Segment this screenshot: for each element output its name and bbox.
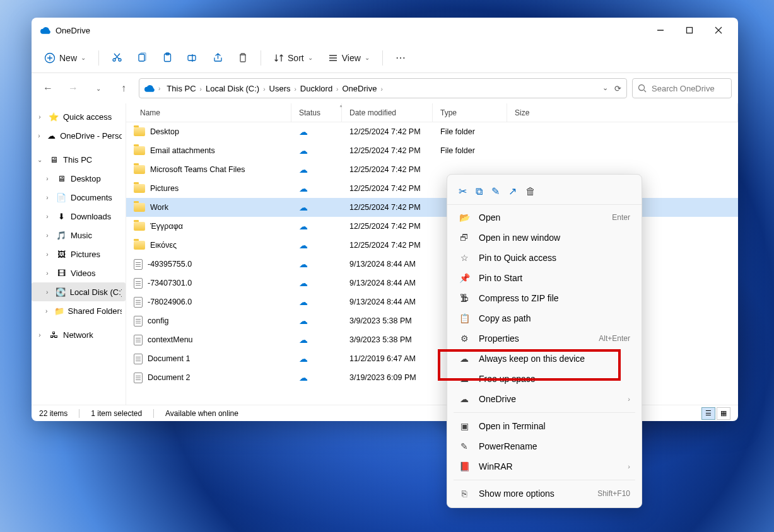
ctx-label: PowerRename [479,441,630,451]
refresh-button[interactable]: ⟳ [614,84,621,93]
file-row[interactable]: Desktop ☁ 12/25/2024 7:42 PM File folder [126,122,738,141]
breadcrumb-local-disk-c-[interactable]: Local Disk (C:) [203,83,262,95]
ctx-powerrename[interactable]: ✎ PowerRename [447,436,642,456]
col-name[interactable]: Name [126,103,291,122]
sidebar-item-onedrive-persona[interactable]: › ☁ OneDrive - Persona [32,126,126,145]
ctx-label: Compress to ZIP file [479,293,630,303]
sidebar-item-downloads[interactable]: › ⬇ Downloads [32,207,126,226]
up-button[interactable]: ↑ [114,78,134,98]
file-row[interactable]: Document 2 ☁ 3/19/2023 6:09 PM [126,368,738,387]
sidebar-item-pictures[interactable]: › 🖼 Pictures [32,245,126,263]
copy-icon[interactable]: ⧉ [476,186,483,197]
file-row[interactable]: Microsoft Teams Chat Files ☁ 12/25/2024 … [126,160,738,179]
ctx-pin-to-quick-access[interactable]: ☆ Pin to Quick access [447,248,642,268]
col-type[interactable]: Type [433,103,507,122]
file-row[interactable]: Έγγραφα ☁ 12/25/2024 7:42 PM [126,217,738,236]
new-win-icon: 🗗 [459,233,470,243]
maximize-button[interactable] [675,20,704,40]
sidebar-label: Network [63,330,93,340]
chevron-icon: › [43,213,52,220]
file-date: 3/9/2023 5:38 PM [342,335,433,344]
file-date: 12/25/2024 7:42 PM [342,241,433,250]
sidebar-item-music[interactable]: › 🎵 Music [32,226,126,245]
ctx-label: Properties [479,333,590,344]
close-button[interactable] [704,20,733,40]
sort-button[interactable]: Sort ⌄ [267,47,319,69]
ctx-show-more-options[interactable]: ⎘ Show more options Shift+F10 [447,483,642,504]
file-row[interactable]: -73407301.0 ☁ 9/13/2024 8:44 AM [126,274,738,292]
ctx-pin-to-start[interactable]: 📌 Pin to Start [447,268,642,288]
back-button[interactable]: ← [38,78,58,98]
ctx-free-up-space[interactable]: ☁ Free up space [447,369,642,389]
ctx-onedrive[interactable]: ☁ OneDrive › [447,389,642,409]
rename-icon[interactable]: ✎ [491,185,500,197]
ctx-shortcut: Alt+Enter [599,334,630,343]
sidebar-item-network[interactable]: › 🖧 Network [32,325,126,344]
sidebar-label: Pictures [71,250,100,259]
ctx-always-keep-on-this-device[interactable]: ☁ Always keep on this device [447,349,642,369]
sidebar-item-documents[interactable]: › 📄 Documents [32,188,126,207]
ctx-label: Show more options [479,489,589,499]
file-row[interactable]: Document 1 ☁ 11/2/2019 6:47 AM [126,349,738,368]
search-input[interactable]: Search OneDrive [632,78,732,98]
file-row[interactable]: Εικόνες ☁ 12/25/2024 7:42 PM [126,236,738,255]
delete-icon[interactable]: 🗑 [525,186,536,197]
ctx-copy-as-path[interactable]: 📋 Copy as path [447,308,642,328]
ctx-compress-to-zip-file[interactable]: 🗜 Compress to ZIP file [447,288,642,308]
file-date: 12/25/2024 7:42 PM [342,146,433,155]
sidebar-item-this-pc[interactable]: ⌄ 🖥 This PC [32,150,126,169]
new-button[interactable]: New ⌄ [38,47,92,69]
breadcrumb-this-pc[interactable]: This PC [164,83,198,95]
availability-status: Available when online [165,409,238,418]
folder-icon [134,146,145,155]
more-button[interactable]: ⋯ [389,47,412,69]
breadcrumb-users[interactable]: Users [267,83,293,95]
breadcrumb-ducklord[interactable]: Ducklord [298,83,335,95]
col-date[interactable]: Date modified [342,103,433,122]
paste-button[interactable] [156,47,179,69]
sidebar-item-videos[interactable]: › 🎞 Videos [32,263,126,282]
ctx-open-in-new-window[interactable]: 🗗 Open in new window [447,228,642,248]
sidebar-item-desktop[interactable]: › 🖥 Desktop [32,169,126,188]
sidebar-item-quick-access[interactable]: › ⭐ Quick access [32,107,126,126]
file-row[interactable]: Work ☁ 12/25/2024 7:42 PM [126,198,738,217]
file-row[interactable]: Email attachments ☁ 12/25/2024 7:42 PM F… [126,141,738,160]
chevron-down-icon[interactable]: ⌄ [602,84,608,93]
col-size[interactable]: Size [507,103,738,122]
rename-button[interactable] [181,47,204,69]
col-status[interactable]: Status [291,103,342,122]
sidebar-item-shared-folders-[interactable]: › 📁 Shared Folders (\\ [32,301,126,320]
file-row[interactable]: -78024906.0 ☁ 9/13/2024 8:44 AM [126,292,738,311]
ctx-properties[interactable]: ⚙ Properties Alt+Enter [447,328,642,349]
file-row[interactable]: -49395755.0 ☁ 9/13/2024 8:44 AM [126,255,738,274]
delete-button[interactable] [232,47,254,69]
forward-button[interactable]: → [63,78,83,98]
large-icons-button[interactable]: ▦ [717,407,730,420]
file-row[interactable]: config ☁ 3/9/2023 5:38 PM [126,311,738,330]
minimize-button[interactable] [646,20,675,40]
view-button[interactable]: View ⌄ [322,47,376,69]
star-o-icon: ☆ [459,253,470,263]
sidebar-label: Videos [71,269,96,278]
context-iconbar: ✂ ⧉ ✎ ↗ 🗑 [447,178,642,205]
sidebar-item-local-disk-c-[interactable]: › 💽 Local Disk (C:) [32,282,126,301]
copy-button[interactable] [131,47,153,69]
breadcrumb-onedrive[interactable]: OneDrive [339,83,379,95]
share-icon[interactable]: ↗ [508,185,517,197]
ctx-open[interactable]: 📂 Open Enter [447,207,642,228]
file-row[interactable]: contextMenu ☁ 3/9/2023 5:38 PM [126,330,738,349]
details-view-button[interactable]: ☰ [701,407,715,420]
sidebar-label: Local Disk (C:) [70,287,122,297]
file-row[interactable]: Pictures ☁ 12/25/2024 7:42 PM [126,179,738,198]
share-button[interactable] [206,47,229,69]
recent-button[interactable]: ⌄ [88,78,108,98]
cut-icon[interactable]: ✂ [459,185,467,197]
file-icon [134,259,143,270]
chevron-right-icon: › [293,86,297,93]
ctx-open-in-terminal[interactable]: ▣ Open in Terminal [447,416,642,436]
cut-button[interactable] [105,47,128,69]
onedrive-icon: ☁ [459,394,470,404]
cloud-status-icon: ☁ [299,221,308,231]
address-bar[interactable]: › This PC›Local Disk (C:)›Users›Ducklord… [139,78,627,98]
ctx-winrar[interactable]: 📕 WinRAR › [447,456,642,477]
